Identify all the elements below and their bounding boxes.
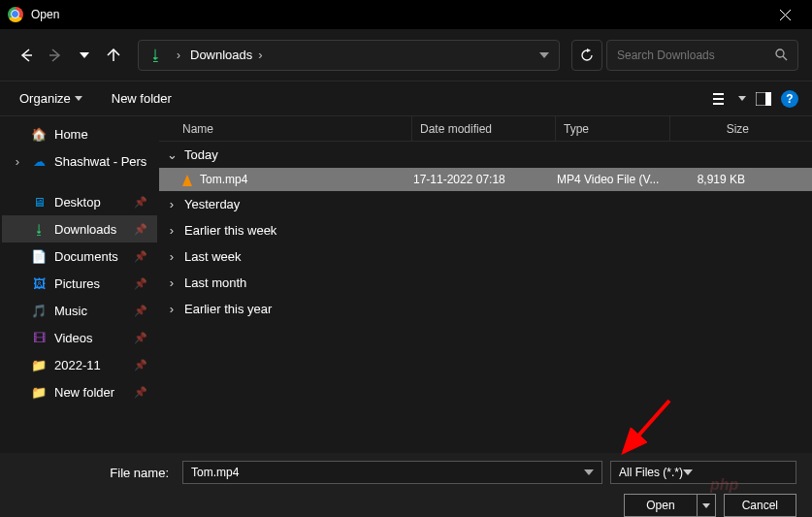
- pin-icon: 📌: [134, 332, 147, 344]
- chevron-icon: ›: [165, 275, 179, 290]
- filename-input[interactable]: Tom.mp4: [182, 461, 602, 484]
- refresh-button[interactable]: [571, 40, 602, 71]
- group-label: Today: [184, 147, 218, 162]
- address-dropdown-icon[interactable]: [539, 52, 549, 58]
- download-folder-icon: ⭳: [148, 47, 163, 63]
- group-header[interactable]: ⌄Today: [159, 142, 812, 168]
- pin-icon: 📌: [134, 250, 147, 263]
- sidebar-item-label: Home: [54, 127, 88, 142]
- folder-icon: ⭳: [31, 221, 47, 237]
- address-bar[interactable]: ⭳ › Downloads ›: [138, 40, 560, 71]
- svg-rect-5: [765, 92, 771, 106]
- chevron-icon: ›: [165, 223, 179, 238]
- sidebar-item-downloads[interactable]: ⭳Downloads📌: [2, 215, 157, 242]
- organize-button[interactable]: Organize: [14, 87, 88, 110]
- sidebar-item-videos[interactable]: 🎞Videos📌: [2, 324, 157, 351]
- file-size: 8,919 KB: [666, 173, 763, 186]
- breadcrumb-sep: ›: [258, 48, 262, 62]
- file-row[interactable]: Tom.mp417-11-2022 07:18MP4 Video File (V…: [159, 168, 812, 191]
- folder-icon: 📁: [31, 384, 47, 400]
- new-folder-button[interactable]: New folder: [106, 87, 178, 110]
- group-header[interactable]: ›Earlier this week: [159, 217, 812, 243]
- search-icon: [775, 48, 788, 61]
- group-header[interactable]: ›Last month: [159, 270, 812, 296]
- file-name: Tom.mp4: [200, 173, 247, 186]
- group-header[interactable]: ›Yesterday: [159, 191, 812, 217]
- svg-rect-1: [713, 93, 724, 95]
- folder-icon: ☁: [31, 153, 47, 169]
- pin-icon: 📌: [134, 359, 147, 372]
- sidebar-item-label: Videos: [54, 331, 93, 345]
- sidebar-item-label: Pictures: [54, 276, 100, 291]
- folder-icon: 🎞: [31, 330, 47, 345]
- pin-icon: 📌: [134, 305, 147, 317]
- breadcrumb-item[interactable]: Downloads: [190, 48, 252, 62]
- sidebar-item-new-folder[interactable]: 📁New folder📌: [2, 378, 157, 405]
- up-button[interactable]: [101, 43, 126, 68]
- group-label: Yesterday: [184, 197, 240, 211]
- column-headers: Name Date modified Type Size: [159, 116, 812, 142]
- sidebar-item-label: 2022-11: [54, 358, 101, 372]
- column-type[interactable]: Type: [555, 116, 669, 141]
- pin-icon: 📌: [134, 386, 147, 399]
- vlc-icon: [180, 173, 194, 186]
- file-type: MP4 Video File (V...: [551, 173, 666, 186]
- sidebar-item-shashwat-pers[interactable]: ›☁Shashwat - Pers: [2, 147, 157, 175]
- chevron-icon: ›: [165, 249, 179, 264]
- sidebar-item-label: Shashwat - Pers: [54, 154, 146, 169]
- folder-icon: 🖥: [31, 194, 47, 210]
- chevron-icon: ›: [165, 197, 179, 211]
- chevron-down-icon[interactable]: [584, 469, 594, 475]
- pin-icon: 📌: [134, 223, 147, 236]
- chevron-right-icon: ›: [12, 154, 23, 169]
- close-button[interactable]: [765, 0, 804, 29]
- sidebar-item-label: Downloads: [54, 222, 116, 237]
- chevron-icon: ›: [165, 302, 179, 316]
- window-title: Open: [31, 8, 59, 21]
- forward-button[interactable]: [43, 43, 68, 68]
- sidebar-item-2022-11[interactable]: 📁2022-11📌: [2, 351, 157, 378]
- title-bar: Open: [0, 0, 812, 29]
- pin-icon: 📌: [134, 277, 147, 290]
- sidebar-item-home[interactable]: 🏠Home: [2, 120, 157, 147]
- file-date: 17-11-2022 07:18: [407, 173, 551, 186]
- group-header[interactable]: ›Last week: [159, 243, 812, 270]
- filename-label: File name:: [16, 466, 175, 480]
- sidebar-item-label: Documents: [54, 249, 118, 264]
- sidebar-item-label: New folder: [54, 385, 114, 400]
- breadcrumb-sep: ›: [177, 48, 180, 62]
- chevron-down-icon[interactable]: [683, 469, 693, 475]
- column-size[interactable]: Size: [669, 116, 766, 141]
- sidebar-item-music[interactable]: 🎵Music📌: [2, 297, 157, 324]
- sidebar-item-label: Music: [54, 304, 87, 318]
- back-button[interactable]: [14, 43, 39, 68]
- column-name[interactable]: Name: [159, 122, 411, 136]
- cancel-button[interactable]: Cancel: [724, 494, 796, 517]
- sidebar-item-desktop[interactable]: 🖥Desktop📌: [2, 188, 157, 215]
- search-input[interactable]: [617, 48, 775, 62]
- help-icon[interactable]: ?: [781, 90, 798, 108]
- folder-icon: 🎵: [31, 303, 47, 318]
- view-mode-button[interactable]: [711, 89, 731, 109]
- column-date[interactable]: Date modified: [411, 116, 555, 141]
- sidebar-item-documents[interactable]: 📄Documents📌: [2, 242, 157, 270]
- svg-rect-3: [713, 103, 724, 105]
- folder-icon: 📁: [31, 357, 47, 372]
- filetype-select[interactable]: All Files (*.*): [610, 461, 796, 484]
- command-bar: Organize New folder ?: [0, 81, 812, 116]
- chevron-down-icon[interactable]: [738, 96, 746, 101]
- group-label: Earlier this week: [184, 223, 276, 238]
- group-label: Earlier this year: [184, 302, 272, 316]
- footer: File name: Tom.mp4 All Files (*.*) Open …: [0, 453, 812, 517]
- sidebar-item-pictures[interactable]: 🖼Pictures📌: [2, 270, 157, 297]
- group-header[interactable]: ›Earlier this year: [159, 296, 812, 322]
- nav-toolbar: ⭳ › Downloads ›: [0, 29, 812, 81]
- folder-icon: 🏠: [31, 126, 47, 142]
- recent-dropdown-button[interactable]: [72, 43, 97, 68]
- preview-pane-button[interactable]: [754, 89, 773, 109]
- open-button[interactable]: Open: [624, 494, 715, 517]
- search-box[interactable]: [606, 40, 798, 71]
- file-list: Name Date modified Type Size ⌄TodayTom.m…: [159, 116, 812, 453]
- open-split-button[interactable]: [698, 503, 715, 508]
- folder-icon: 📄: [31, 248, 47, 264]
